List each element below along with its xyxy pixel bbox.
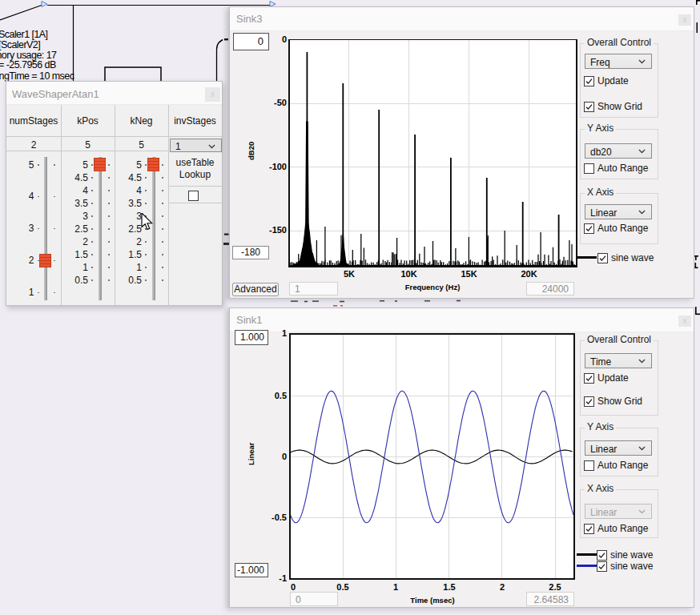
- svg-text:= -25.7956 dB: = -25.7956 dB: [0, 59, 56, 70]
- svg-text:[ScalerV2]: [ScalerV2]: [0, 39, 40, 50]
- svg-text:ngTime = 10 msec: ngTime = 10 msec: [0, 70, 74, 82]
